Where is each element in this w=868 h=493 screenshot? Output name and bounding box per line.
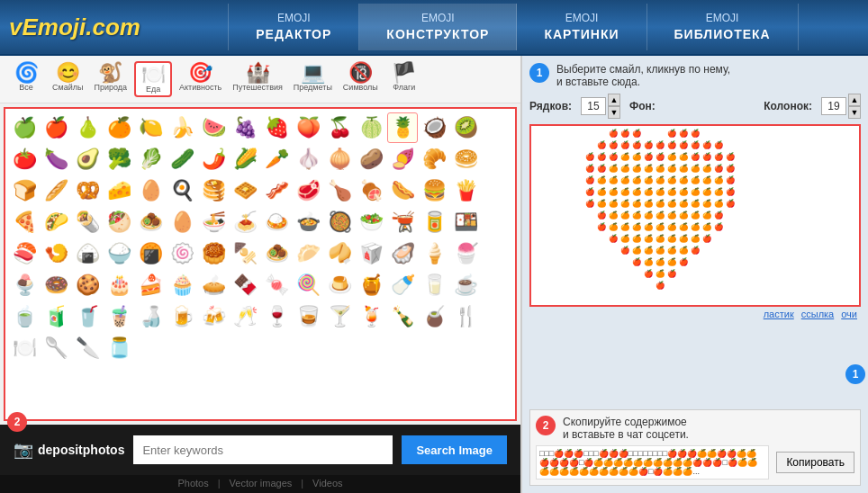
emoji-cell[interactable]: 🥞 xyxy=(198,175,229,206)
art-cell[interactable] xyxy=(737,175,748,186)
art-cell[interactable]: 🍊 xyxy=(631,198,643,210)
rows-down-btn[interactable]: ▼ xyxy=(608,106,620,119)
art-cell[interactable] xyxy=(596,245,608,256)
art-cell[interactable]: 🍎 xyxy=(608,151,619,163)
emoji-cell[interactable]: 🍭 xyxy=(293,270,323,300)
emoji-cell[interactable]: 🥑 xyxy=(72,144,103,175)
art-cell[interactable]: 🍎 xyxy=(701,151,713,163)
art-cell[interactable] xyxy=(619,268,631,280)
art-cell[interactable] xyxy=(783,291,795,303)
emoji-cell[interactable]: 🍢 xyxy=(230,238,260,269)
emoji-cell[interactable]: 🍎 xyxy=(41,112,71,143)
art-cell[interactable] xyxy=(772,186,783,198)
art-cell[interactable] xyxy=(737,268,748,280)
art-cell[interactable] xyxy=(631,291,643,303)
art-cell[interactable] xyxy=(701,291,713,303)
art-cell[interactable]: 🍊 xyxy=(643,256,655,268)
emoji-cell[interactable]: 🍵 xyxy=(9,301,40,332)
art-cell[interactable] xyxy=(783,256,795,268)
art-cell[interactable]: 🍊 xyxy=(608,186,619,198)
art-cell[interactable] xyxy=(783,210,795,221)
art-cell[interactable]: 🍎 xyxy=(596,151,608,163)
art-cell[interactable]: 🍊 xyxy=(643,175,655,186)
art-cell[interactable] xyxy=(596,291,608,303)
art-cell[interactable]: 🍊 xyxy=(631,221,643,233)
art-cell[interactable]: 🍊 xyxy=(619,233,631,245)
art-cell[interactable]: 🍊 xyxy=(655,210,666,221)
art-cell[interactable] xyxy=(795,280,807,291)
art-cell[interactable] xyxy=(772,163,783,175)
art-cell[interactable] xyxy=(737,198,748,210)
art-cell[interactable]: 🍊 xyxy=(619,210,631,221)
art-cell[interactable] xyxy=(795,233,807,245)
art-cell[interactable] xyxy=(760,245,772,256)
art-cell[interactable] xyxy=(760,233,772,245)
art-cell[interactable]: 🍎 xyxy=(643,151,655,163)
emoji-cell[interactable]: 🥙 xyxy=(104,207,134,238)
cat-flags[interactable]: 🏴 Флаги xyxy=(385,61,423,97)
art-cell[interactable] xyxy=(783,245,795,256)
art-cell[interactable]: 🍊 xyxy=(655,221,666,233)
art-cell[interactable]: 🍎 xyxy=(631,128,643,139)
emoji-cell[interactable]: 🍍 xyxy=(387,112,418,143)
art-cell[interactable]: 🍎 xyxy=(690,151,701,163)
art-cell[interactable] xyxy=(748,151,760,163)
art-cell[interactable] xyxy=(783,186,795,198)
emoji-cell[interactable]: 🍻 xyxy=(198,301,229,332)
cols-spin[interactable]: 19 ▲ ▼ xyxy=(821,94,861,119)
emoji-cell[interactable]: 🍽️ xyxy=(9,333,40,363)
emoji-cell[interactable]: 🥯 xyxy=(450,144,481,175)
photos-link[interactable]: Photos xyxy=(177,478,208,489)
art-cell[interactable] xyxy=(783,139,795,151)
art-cell[interactable] xyxy=(772,139,783,151)
art-cell[interactable] xyxy=(748,291,760,303)
videos-link[interactable]: Videos xyxy=(312,478,342,489)
art-cell[interactable] xyxy=(584,233,596,245)
art-cell[interactable]: 🍊 xyxy=(701,163,713,175)
art-cell[interactable]: 🍊 xyxy=(631,245,643,256)
art-cell[interactable]: 🍊 xyxy=(678,210,690,221)
art-cell[interactable]: 🍎 xyxy=(584,151,596,163)
art-cell[interactable]: 🍎 xyxy=(596,139,608,151)
art-cell[interactable] xyxy=(690,291,701,303)
emoji-cell[interactable]: 🍲 xyxy=(293,207,323,238)
art-cell[interactable] xyxy=(655,291,666,303)
art-cell[interactable] xyxy=(725,291,737,303)
emoji-cell[interactable]: 🧋 xyxy=(104,301,134,332)
emoji-cell[interactable]: 🌯 xyxy=(72,207,103,238)
art-cell[interactable]: 🍎 xyxy=(690,128,701,139)
art-cell[interactable] xyxy=(760,268,772,280)
emoji-cell[interactable]: 🍝 xyxy=(230,207,260,238)
art-cell[interactable] xyxy=(748,221,760,233)
art-cell[interactable] xyxy=(701,128,713,139)
art-cell[interactable] xyxy=(584,221,596,233)
cat-smileys[interactable]: 😊 Смайлы xyxy=(49,61,86,97)
art-cell[interactable]: 🍎 xyxy=(701,139,713,151)
emoji-cell[interactable]: 🧉 xyxy=(419,301,449,332)
art-cell[interactable] xyxy=(608,291,619,303)
emoji-cell[interactable]: 🍤 xyxy=(41,238,71,269)
emoji-cell[interactable]: 🦪 xyxy=(387,238,418,269)
art-cell[interactable] xyxy=(737,256,748,268)
art-cell[interactable]: 🍊 xyxy=(690,198,701,210)
art-cell[interactable] xyxy=(690,280,701,291)
art-cell[interactable] xyxy=(713,245,725,256)
emoji-cell[interactable]: 🍹 xyxy=(356,301,386,332)
art-cell[interactable] xyxy=(584,245,596,256)
emoji-cell[interactable]: 🍣 xyxy=(9,238,40,269)
art-cell[interactable]: 🍊 xyxy=(619,151,631,163)
emoji-cell[interactable]: 🍚 xyxy=(104,238,134,269)
emoji-cell[interactable]: 🍟 xyxy=(450,175,481,206)
art-cell[interactable]: 🍎 xyxy=(725,186,737,198)
art-cell[interactable] xyxy=(608,268,619,280)
emoji-cell[interactable]: 🍕 xyxy=(9,207,40,238)
emoji-cell[interactable]: 🍅 xyxy=(9,144,40,175)
emoji-cell[interactable]: 🍋 xyxy=(135,112,166,143)
art-cell[interactable] xyxy=(619,291,631,303)
art-cell[interactable] xyxy=(783,128,795,139)
art-cell[interactable]: 🍎 xyxy=(713,151,725,163)
art-cell[interactable] xyxy=(760,210,772,221)
emoji-cell[interactable]: 🍴 xyxy=(450,301,481,332)
art-cell[interactable] xyxy=(772,221,783,233)
emoji-cell[interactable]: 🍬 xyxy=(261,270,292,300)
